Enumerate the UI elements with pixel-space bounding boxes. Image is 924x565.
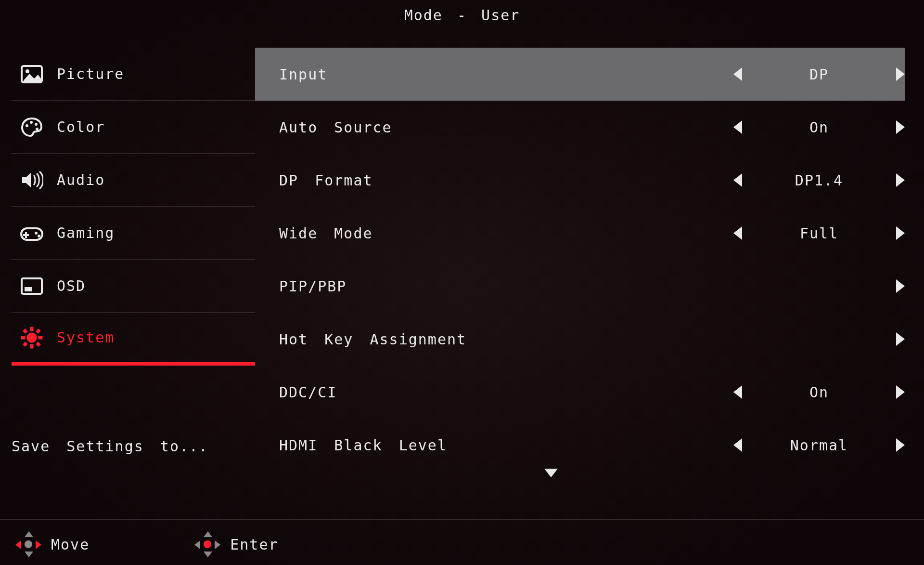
sidebar-item-system[interactable]: System	[12, 313, 255, 366]
arrow-right-icon[interactable]	[896, 332, 905, 346]
settings-panel: Input DP Auto Source On DP Format	[255, 48, 924, 479]
sidebar-item-audio[interactable]: Audio	[12, 154, 255, 207]
svg-rect-16	[21, 336, 25, 339]
arrow-right-icon[interactable]	[896, 173, 905, 187]
arrow-left-icon[interactable]	[733, 120, 742, 134]
save-settings-label: Save Settings to...	[12, 438, 208, 455]
svg-point-3	[30, 121, 33, 124]
setting-label: HDMI Black Level	[279, 437, 587, 454]
sidebar-item-label: Gaming	[57, 224, 115, 241]
svg-rect-21	[36, 342, 40, 346]
mode-header: Mode - User	[0, 0, 924, 24]
svg-point-2	[26, 124, 28, 127]
sidebar-item-picture[interactable]: Picture	[12, 48, 255, 101]
svg-rect-17	[38, 336, 42, 339]
arrow-right-icon[interactable]	[896, 67, 905, 81]
svg-point-10	[38, 235, 40, 237]
gamepad-icon	[19, 224, 44, 242]
value-selector: DP1.4	[587, 172, 905, 189]
value-selector: On	[587, 119, 905, 136]
arrow-left-icon[interactable]	[733, 226, 742, 240]
osd-root: Mode - User Picture Color Audio	[0, 0, 924, 565]
arrow-right-icon[interactable]	[896, 438, 905, 452]
value-selector: DP	[587, 66, 905, 83]
dpad-move-icon	[16, 532, 40, 556]
setting-label: PIP/PBP	[279, 278, 587, 295]
arrow-left-icon[interactable]	[733, 385, 742, 399]
setting-value: DP1.4	[742, 172, 896, 189]
svg-rect-12	[25, 287, 32, 291]
setting-value: Normal	[742, 437, 896, 454]
arrow-down-icon	[544, 469, 558, 477]
sidebar-item-label: Audio	[57, 171, 105, 188]
setting-value: On	[742, 384, 896, 401]
svg-point-5	[36, 128, 38, 131]
palette-icon	[19, 117, 44, 137]
arrow-left-icon[interactable]	[733, 173, 742, 187]
gear-icon	[19, 327, 44, 349]
arrow-right-icon[interactable]	[896, 120, 905, 134]
svg-point-1	[26, 69, 29, 73]
osd-body: Picture Color Audio Gaming	[0, 48, 924, 479]
sidebar-item-label: System	[57, 329, 115, 346]
svg-rect-11	[22, 278, 42, 294]
hint-enter-label: Enter	[230, 536, 278, 553]
svg-point-4	[35, 123, 38, 126]
hint-enter: Enter	[195, 532, 278, 556]
value-selector: Normal	[587, 437, 905, 454]
svg-rect-19	[36, 328, 40, 333]
save-settings-to[interactable]: Save Settings to...	[12, 438, 255, 455]
svg-rect-18	[23, 328, 27, 333]
setting-ddc-ci[interactable]: DDC/CI On	[255, 366, 905, 419]
svg-rect-14	[30, 327, 33, 331]
setting-label: Auto Source	[279, 119, 587, 136]
setting-hdmi-black-level[interactable]: HDMI Black Level Normal	[255, 419, 905, 472]
setting-wide-mode[interactable]: Wide Mode Full	[255, 207, 905, 260]
sidebar-item-label: Color	[57, 118, 105, 135]
sidebar-item-osd[interactable]: OSD	[12, 260, 255, 313]
setting-value: DP	[742, 66, 896, 83]
sidebar: Picture Color Audio Gaming	[0, 48, 255, 479]
svg-rect-20	[23, 342, 27, 346]
speaker-icon	[19, 171, 44, 190]
setting-hotkey[interactable]: Hot Key Assignment	[255, 313, 905, 366]
svg-point-13	[28, 334, 36, 342]
sidebar-item-label: Picture	[57, 66, 124, 82]
setting-input[interactable]: Input DP	[255, 48, 905, 101]
arrow-left-icon[interactable]	[733, 438, 742, 452]
hint-move-label: Move	[51, 536, 90, 553]
value-selector: Full	[587, 225, 905, 242]
setting-value: Full	[742, 225, 896, 242]
setting-label: Input	[279, 66, 587, 83]
dpad-enter-icon	[195, 532, 219, 556]
picture-icon	[19, 65, 44, 83]
svg-point-9	[35, 232, 38, 235]
osd-icon	[19, 277, 44, 295]
setting-value: On	[742, 119, 896, 136]
sidebar-item-label: OSD	[57, 277, 86, 294]
hint-move: Move	[16, 532, 90, 556]
sidebar-item-gaming[interactable]: Gaming	[12, 207, 255, 260]
footer-hints: Move Enter	[0, 519, 924, 556]
arrow-right-icon[interactable]	[896, 385, 905, 399]
sidebar-item-color[interactable]: Color	[12, 101, 255, 154]
arrow-left-icon[interactable]	[733, 67, 742, 81]
setting-label: Wide Mode	[279, 225, 587, 242]
mode-title: Mode - User	[404, 7, 520, 24]
arrow-right-icon[interactable]	[896, 226, 905, 240]
value-selector	[587, 332, 905, 346]
setting-pip-pbp[interactable]: PIP/PBP	[255, 260, 905, 313]
setting-auto-source[interactable]: Auto Source On	[255, 101, 905, 154]
scroll-down-indicator[interactable]	[255, 469, 905, 479]
setting-label: DP Format	[279, 172, 587, 189]
setting-label: DDC/CI	[279, 384, 587, 401]
setting-dp-format[interactable]: DP Format DP1.4	[255, 154, 905, 207]
svg-rect-15	[30, 344, 33, 348]
value-selector	[587, 279, 905, 293]
setting-label: Hot Key Assignment	[279, 331, 587, 348]
svg-rect-8	[23, 234, 29, 236]
arrow-right-icon[interactable]	[896, 279, 905, 293]
value-selector: On	[587, 384, 905, 401]
